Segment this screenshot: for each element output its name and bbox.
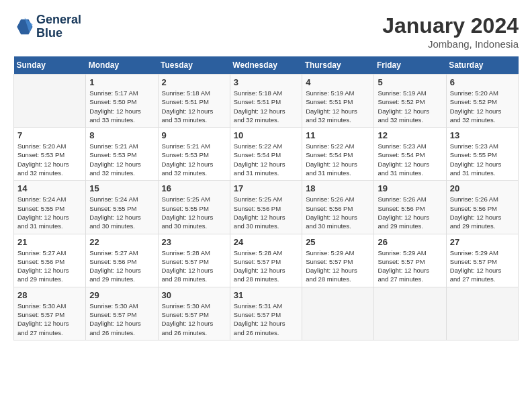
day-info: Sunrise: 5:27 AMSunset: 5:56 PMDaylight:… — [89, 248, 154, 284]
day-info: Sunrise: 5:28 AMSunset: 5:57 PMDaylight:… — [234, 248, 298, 284]
calendar-table: SundayMondayTuesdayWednesdayThursdayFrid… — [13, 56, 519, 340]
header-cell-friday: Friday — [374, 56, 446, 75]
calendar-cell: 8Sunrise: 5:21 AMSunset: 5:53 PMDaylight… — [86, 128, 158, 181]
day-info: Sunrise: 5:23 AMSunset: 5:54 PMDaylight:… — [378, 142, 442, 177]
day-number: 6 — [450, 77, 515, 87]
day-number: 4 — [306, 77, 370, 87]
calendar-cell: 19Sunrise: 5:26 AMSunset: 5:56 PMDayligh… — [374, 181, 446, 234]
calendar-cell — [374, 287, 446, 340]
calendar-cell: 4Sunrise: 5:19 AMSunset: 5:51 PMDaylight… — [302, 75, 374, 128]
calendar-cell: 3Sunrise: 5:18 AMSunset: 5:51 PMDaylight… — [230, 75, 302, 128]
day-number: 13 — [450, 130, 515, 140]
day-number: 1 — [89, 77, 154, 87]
calendar-cell: 17Sunrise: 5:25 AMSunset: 5:56 PMDayligh… — [230, 181, 302, 234]
day-info: Sunrise: 5:29 AMSunset: 5:57 PMDaylight:… — [306, 248, 370, 284]
day-number: 17 — [234, 183, 298, 193]
day-number: 7 — [17, 130, 82, 140]
calendar-cell: 22Sunrise: 5:27 AMSunset: 5:56 PMDayligh… — [86, 234, 158, 287]
day-number: 10 — [234, 130, 298, 140]
day-number: 21 — [17, 237, 82, 247]
calendar-cell: 16Sunrise: 5:25 AMSunset: 5:55 PMDayligh… — [158, 181, 230, 234]
calendar-cell: 18Sunrise: 5:26 AMSunset: 5:56 PMDayligh… — [302, 181, 374, 234]
day-info: Sunrise: 5:17 AMSunset: 5:50 PMDaylight:… — [89, 89, 154, 124]
header-cell-monday: Monday — [86, 56, 158, 75]
logo-text: General Blue — [36, 13, 81, 40]
calendar-cell: 27Sunrise: 5:29 AMSunset: 5:57 PMDayligh… — [446, 234, 518, 287]
calendar-week-4: 21Sunrise: 5:27 AMSunset: 5:56 PMDayligh… — [14, 234, 519, 287]
day-info: Sunrise: 5:30 AMSunset: 5:57 PMDaylight:… — [17, 302, 82, 337]
header-cell-saturday: Saturday — [446, 56, 518, 75]
page-header: General Blue January 2024 Jombang, Indon… — [13, 13, 519, 50]
day-number: 20 — [450, 183, 515, 193]
header-row: SundayMondayTuesdayWednesdayThursdayFrid… — [14, 56, 519, 75]
calendar-cell: 6Sunrise: 5:20 AMSunset: 5:52 PMDaylight… — [446, 75, 518, 128]
calendar-week-1: 1Sunrise: 5:17 AMSunset: 5:50 PMDaylight… — [14, 75, 519, 128]
day-info: Sunrise: 5:24 AMSunset: 5:55 PMDaylight:… — [17, 195, 82, 230]
day-info: Sunrise: 5:26 AMSunset: 5:56 PMDaylight:… — [306, 195, 370, 230]
day-number: 11 — [306, 130, 370, 140]
day-info: Sunrise: 5:29 AMSunset: 5:57 PMDaylight:… — [450, 248, 515, 284]
day-info: Sunrise: 5:23 AMSunset: 5:55 PMDaylight:… — [450, 142, 515, 177]
calendar-cell — [14, 75, 86, 128]
day-number: 12 — [378, 130, 442, 140]
calendar-cell: 29Sunrise: 5:30 AMSunset: 5:57 PMDayligh… — [86, 287, 158, 340]
day-number: 14 — [17, 183, 82, 193]
day-info: Sunrise: 5:24 AMSunset: 5:55 PMDaylight:… — [89, 195, 154, 230]
day-number: 8 — [89, 130, 154, 140]
day-number: 16 — [162, 183, 226, 193]
calendar-cell: 28Sunrise: 5:30 AMSunset: 5:57 PMDayligh… — [14, 287, 86, 340]
calendar-cell: 21Sunrise: 5:27 AMSunset: 5:56 PMDayligh… — [14, 234, 86, 287]
logo: General Blue — [13, 13, 81, 40]
calendar-cell: 7Sunrise: 5:20 AMSunset: 5:53 PMDaylight… — [14, 128, 86, 181]
calendar-cell: 20Sunrise: 5:26 AMSunset: 5:56 PMDayligh… — [446, 181, 518, 234]
month-title: January 2024 — [382, 13, 519, 38]
day-info: Sunrise: 5:25 AMSunset: 5:55 PMDaylight:… — [162, 195, 226, 230]
day-info: Sunrise: 5:22 AMSunset: 5:54 PMDaylight:… — [306, 142, 370, 177]
day-number: 18 — [306, 183, 370, 193]
day-info: Sunrise: 5:31 AMSunset: 5:57 PMDaylight:… — [234, 302, 298, 337]
logo-icon — [13, 17, 34, 37]
header-cell-tuesday: Tuesday — [158, 56, 230, 75]
header-cell-wednesday: Wednesday — [230, 56, 302, 75]
calendar-cell: 10Sunrise: 5:22 AMSunset: 5:54 PMDayligh… — [230, 128, 302, 181]
day-info: Sunrise: 5:20 AMSunset: 5:52 PMDaylight:… — [450, 89, 515, 124]
day-number: 3 — [234, 77, 298, 87]
day-number: 25 — [306, 237, 370, 247]
calendar-cell — [446, 287, 518, 340]
calendar-cell: 14Sunrise: 5:24 AMSunset: 5:55 PMDayligh… — [14, 181, 86, 234]
calendar-cell: 9Sunrise: 5:21 AMSunset: 5:53 PMDaylight… — [158, 128, 230, 181]
calendar-body: 1Sunrise: 5:17 AMSunset: 5:50 PMDaylight… — [14, 75, 519, 340]
calendar-cell: 12Sunrise: 5:23 AMSunset: 5:54 PMDayligh… — [374, 128, 446, 181]
calendar-cell: 1Sunrise: 5:17 AMSunset: 5:50 PMDaylight… — [86, 75, 158, 128]
day-info: Sunrise: 5:19 AMSunset: 5:51 PMDaylight:… — [306, 89, 370, 124]
day-info: Sunrise: 5:19 AMSunset: 5:52 PMDaylight:… — [378, 89, 442, 124]
day-info: Sunrise: 5:30 AMSunset: 5:57 PMDaylight:… — [89, 302, 154, 337]
calendar-cell: 13Sunrise: 5:23 AMSunset: 5:55 PMDayligh… — [446, 128, 518, 181]
title-section: January 2024 Jombang, Indonesia — [382, 13, 519, 50]
day-info: Sunrise: 5:20 AMSunset: 5:53 PMDaylight:… — [17, 142, 82, 177]
calendar-header: SundayMondayTuesdayWednesdayThursdayFrid… — [14, 56, 519, 75]
header-cell-thursday: Thursday — [302, 56, 374, 75]
day-number: 5 — [378, 77, 442, 87]
day-info: Sunrise: 5:22 AMSunset: 5:54 PMDaylight:… — [234, 142, 298, 177]
day-info: Sunrise: 5:25 AMSunset: 5:56 PMDaylight:… — [234, 195, 298, 230]
day-info: Sunrise: 5:18 AMSunset: 5:51 PMDaylight:… — [234, 89, 298, 124]
header-cell-sunday: Sunday — [14, 56, 86, 75]
day-info: Sunrise: 5:26 AMSunset: 5:56 PMDaylight:… — [450, 195, 515, 230]
day-info: Sunrise: 5:18 AMSunset: 5:51 PMDaylight:… — [162, 89, 226, 124]
calendar-cell: 24Sunrise: 5:28 AMSunset: 5:57 PMDayligh… — [230, 234, 302, 287]
day-number: 24 — [234, 237, 298, 247]
day-number: 31 — [234, 290, 298, 300]
calendar-week-2: 7Sunrise: 5:20 AMSunset: 5:53 PMDaylight… — [14, 128, 519, 181]
calendar-cell: 15Sunrise: 5:24 AMSunset: 5:55 PMDayligh… — [86, 181, 158, 234]
location: Jombang, Indonesia — [382, 38, 519, 50]
calendar-week-5: 28Sunrise: 5:30 AMSunset: 5:57 PMDayligh… — [14, 287, 519, 340]
day-number: 26 — [378, 237, 442, 247]
day-number: 27 — [450, 237, 515, 247]
day-number: 22 — [89, 237, 154, 247]
calendar-cell — [302, 287, 374, 340]
day-number: 23 — [162, 237, 226, 247]
calendar-cell: 5Sunrise: 5:19 AMSunset: 5:52 PMDaylight… — [374, 75, 446, 128]
day-info: Sunrise: 5:28 AMSunset: 5:57 PMDaylight:… — [162, 248, 226, 284]
calendar-cell: 31Sunrise: 5:31 AMSunset: 5:57 PMDayligh… — [230, 287, 302, 340]
